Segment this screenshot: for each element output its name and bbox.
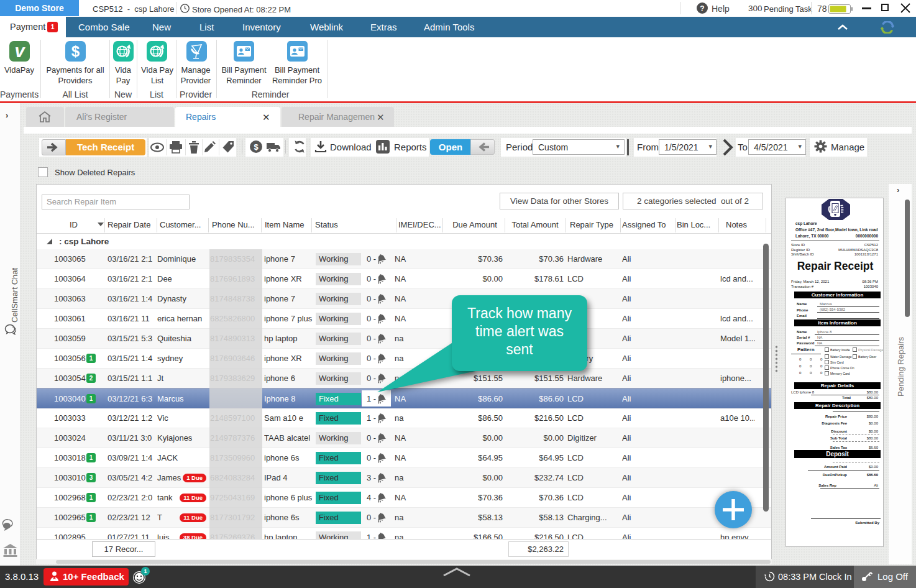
svg-text:$: $ — [254, 142, 259, 152]
svg-text:v: v — [14, 41, 25, 61]
svg-text:?: ? — [700, 4, 704, 13]
svg-text:$: $ — [71, 43, 80, 60]
